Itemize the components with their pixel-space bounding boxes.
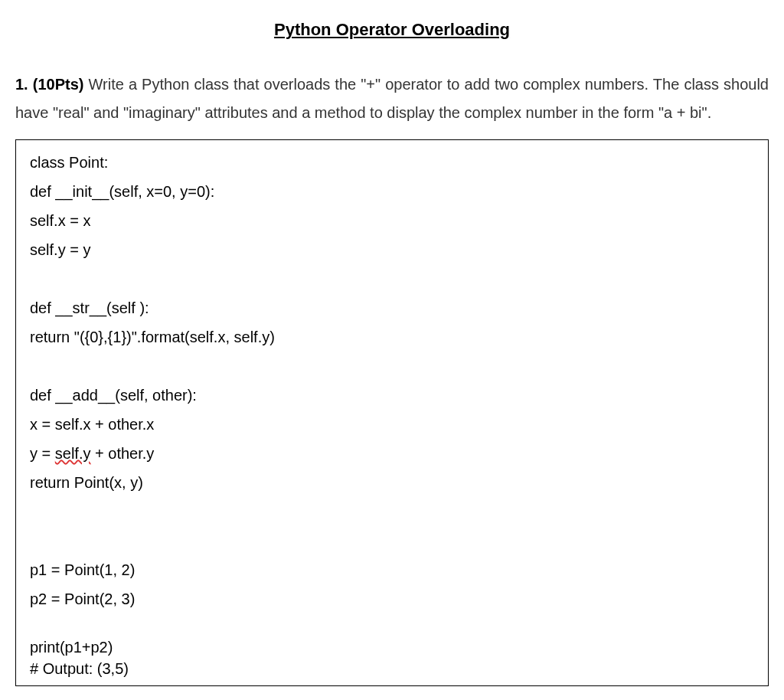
code-line: def __add__(self, other): [30, 381, 754, 410]
code-frag: + other.y [90, 445, 154, 462]
code-line: x = self.x + other.x [30, 410, 754, 439]
code-line: p1 = Point(1, 2) [30, 555, 754, 584]
code-line: def __str__(self ): [30, 293, 754, 322]
code-blank [30, 352, 754, 381]
code-line: return "({0},{1})".format(self.x, self.y… [30, 322, 754, 352]
question-1: 1. (10Pts) Write a Python class that ove… [15, 70, 769, 127]
code-line: self.y = y [30, 235, 754, 264]
question-number: 1. (10Pts) [15, 76, 83, 93]
code-line: def __init__(self, x=0, y=0): [30, 177, 754, 206]
question-text: Write a Python class that overloads the … [15, 76, 769, 121]
code-blank [30, 497, 754, 526]
code-line: p2 = Point(2, 3) [30, 584, 754, 613]
code-box: class Point: def __init__(self, x=0, y=0… [15, 139, 769, 686]
code-line: # Output: (3,5) [30, 658, 754, 679]
code-line: class Point: [30, 148, 754, 177]
spellcheck-wavy: self.y [55, 445, 91, 462]
page-title: Python Operator Overloading [15, 20, 769, 40]
code-line: return Point(x, y) [30, 468, 754, 497]
page: Python Operator Overloading 1. (10Pts) W… [0, 0, 784, 694]
code-line: print(p1+p2) [30, 636, 754, 658]
question-form: "a + bi" [658, 104, 707, 121]
code-blank [30, 526, 754, 555]
code-frag: y = [30, 445, 55, 462]
question-tail: . [707, 104, 712, 121]
code-line: self.x = x [30, 206, 754, 235]
code-tight-group: print(p1+p2) # Output: (3,5) [30, 636, 754, 679]
code-line: y = self.y + other.y [30, 439, 754, 468]
code-blank [30, 264, 754, 293]
